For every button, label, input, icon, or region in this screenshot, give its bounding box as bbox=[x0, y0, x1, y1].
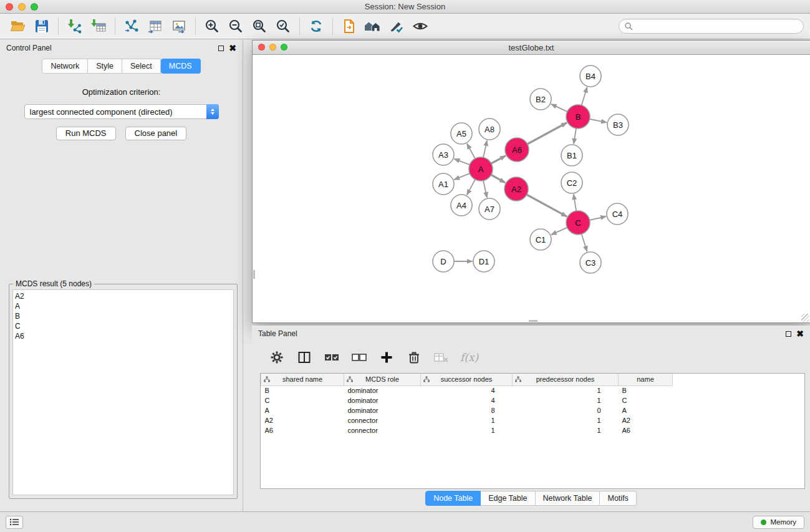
tab-network[interactable]: Network bbox=[42, 59, 88, 74]
open-session-button[interactable] bbox=[6, 16, 30, 36]
column-header-shared-name[interactable]: shared name bbox=[261, 374, 344, 385]
table-cell[interactable]: dominator bbox=[344, 385, 421, 395]
network-graph[interactable]: B4B2BB3A8A5A6A3B1AC2A1A2A4A7C4CC1C3DD1 bbox=[253, 55, 809, 322]
zoom-in-button[interactable] bbox=[200, 16, 224, 36]
tab-motifs[interactable]: Motifs bbox=[600, 491, 636, 506]
zoom-out-button[interactable] bbox=[224, 16, 248, 36]
delete-table-button[interactable] bbox=[433, 349, 450, 366]
table-row[interactable]: A6connector11A6 bbox=[261, 425, 673, 435]
table-cell[interactable]: 1 bbox=[513, 415, 619, 425]
table-cell[interactable]: 4 bbox=[421, 385, 513, 395]
show-columns-button[interactable] bbox=[296, 349, 313, 366]
minimize-network-window-button[interactable] bbox=[269, 44, 276, 51]
close-network-window-button[interactable] bbox=[258, 44, 265, 51]
export-image-icon bbox=[171, 18, 187, 34]
add-column-button[interactable] bbox=[378, 349, 395, 366]
graph-node-label-D1: D1 bbox=[479, 257, 489, 266]
new-network-button[interactable] bbox=[120, 16, 143, 36]
show-hide-button[interactable] bbox=[408, 16, 432, 36]
column-header-mcds-role[interactable]: MCDS role bbox=[344, 374, 421, 385]
result-item[interactable]: A2 bbox=[15, 291, 231, 301]
table-cell[interactable]: dominator bbox=[344, 395, 421, 405]
tab-mcds[interactable]: MCDS bbox=[161, 59, 201, 74]
float-panel-icon[interactable] bbox=[218, 46, 224, 51]
table-cell[interactable]: A bbox=[261, 405, 344, 415]
table-row[interactable]: Adominator80A bbox=[261, 405, 673, 415]
zoom-window-button[interactable] bbox=[31, 3, 38, 11]
tab-select[interactable]: Select bbox=[122, 59, 161, 74]
delete-column-button[interactable] bbox=[405, 349, 423, 366]
table-cell[interactable]: 1 bbox=[513, 395, 619, 405]
open-folder-icon bbox=[9, 18, 27, 34]
tab-edge-table[interactable]: Edge Table bbox=[481, 491, 535, 506]
table-settings-button[interactable] bbox=[268, 349, 286, 366]
home-neighbors-button[interactable] bbox=[361, 16, 385, 36]
vertical-scroll-indicator[interactable] bbox=[253, 270, 255, 279]
import-table-from-file-button[interactable] bbox=[87, 16, 110, 36]
table-cell[interactable]: 1 bbox=[513, 425, 619, 435]
new-table-button[interactable] bbox=[143, 16, 167, 36]
table-cell[interactable]: 1 bbox=[421, 425, 513, 435]
table-cell[interactable]: B bbox=[261, 385, 344, 395]
table-row[interactable]: Bdominator41B bbox=[261, 385, 673, 395]
table-cell[interactable]: A2 bbox=[261, 415, 344, 425]
result-item[interactable]: A bbox=[15, 301, 231, 311]
zoom-selected-button[interactable] bbox=[271, 16, 295, 36]
result-item[interactable]: C bbox=[15, 321, 231, 331]
table-cell[interactable]: A6 bbox=[261, 425, 344, 435]
network-canvas[interactable]: B4B2BB3A8A5A6A3B1AC2A1A2A4A7C4CC1C3DD1 bbox=[253, 55, 810, 322]
table-cell[interactable]: 0 bbox=[513, 405, 619, 415]
network-window-titlebar[interactable]: testGlobe.txt bbox=[253, 41, 810, 55]
tab-network-table[interactable]: Network Table bbox=[536, 491, 600, 506]
close-panel-icon[interactable]: ✖ bbox=[229, 45, 236, 51]
deselect-all-button[interactable] bbox=[350, 349, 368, 366]
search-box[interactable] bbox=[619, 19, 804, 34]
table-cell[interactable]: 1 bbox=[421, 415, 513, 425]
table-cell[interactable]: 4 bbox=[421, 395, 513, 405]
table-cell[interactable]: A bbox=[619, 405, 673, 415]
horizontal-scroll-indicator[interactable] bbox=[529, 320, 538, 322]
table-cell[interactable]: A2 bbox=[619, 415, 673, 425]
result-item[interactable]: A6 bbox=[15, 331, 231, 341]
run-mcds-button[interactable]: Run MCDS bbox=[56, 127, 116, 140]
zoom-network-window-button[interactable] bbox=[281, 44, 287, 51]
table-row[interactable]: Cdominator41C bbox=[261, 395, 673, 405]
close-panel-button[interactable]: Close panel bbox=[125, 127, 187, 140]
annotation-check-button[interactable] bbox=[385, 16, 408, 36]
zoom-fit-button[interactable] bbox=[248, 16, 271, 36]
float-table-panel-icon[interactable] bbox=[786, 331, 791, 337]
close-table-panel-icon[interactable]: ✖ bbox=[796, 331, 804, 337]
tab-node-table[interactable]: Node Table bbox=[425, 491, 481, 506]
import-network-from-file-button[interactable] bbox=[63, 16, 87, 36]
criterion-dropdown[interactable]: largest connected component (directed) bbox=[24, 104, 219, 119]
resize-grip[interactable] bbox=[801, 314, 809, 322]
open-document-button[interactable] bbox=[337, 16, 361, 36]
toolbar-separator bbox=[115, 17, 115, 35]
close-window-button[interactable] bbox=[6, 3, 13, 11]
search-input[interactable] bbox=[633, 21, 798, 31]
show-panels-button[interactable] bbox=[6, 516, 23, 529]
table-cell[interactable]: B bbox=[619, 385, 673, 395]
table-cell[interactable]: connector bbox=[344, 425, 421, 435]
function-builder-button[interactable]: f(x) bbox=[460, 349, 478, 366]
table-cell[interactable]: dominator bbox=[344, 405, 421, 415]
table-cell[interactable]: C bbox=[619, 395, 673, 405]
table-row[interactable]: A2connector11A2 bbox=[261, 415, 673, 425]
table-cell[interactable]: connector bbox=[344, 415, 421, 425]
table-cell[interactable]: 8 bbox=[421, 405, 513, 415]
table-cell[interactable]: C bbox=[261, 395, 344, 405]
table-cell[interactable]: A6 bbox=[619, 425, 673, 435]
save-session-button[interactable] bbox=[30, 16, 54, 36]
minimize-window-button[interactable] bbox=[18, 3, 26, 11]
column-header-successor-nodes[interactable]: successor nodes bbox=[421, 374, 513, 385]
refresh-view-button[interactable] bbox=[304, 16, 328, 36]
tab-style[interactable]: Style bbox=[88, 59, 122, 74]
result-item[interactable]: B bbox=[15, 311, 231, 321]
column-header-name[interactable]: name bbox=[619, 374, 673, 385]
column-header-predecessor-nodes[interactable]: predecessor nodes bbox=[513, 374, 619, 385]
table-cell[interactable]: 1 bbox=[513, 385, 619, 395]
export-image-button[interactable] bbox=[167, 16, 191, 36]
memory-button[interactable]: Memory bbox=[753, 516, 804, 529]
select-all-button[interactable] bbox=[323, 349, 340, 366]
mcds-result-list[interactable]: A2ABCA6 bbox=[12, 289, 234, 495]
